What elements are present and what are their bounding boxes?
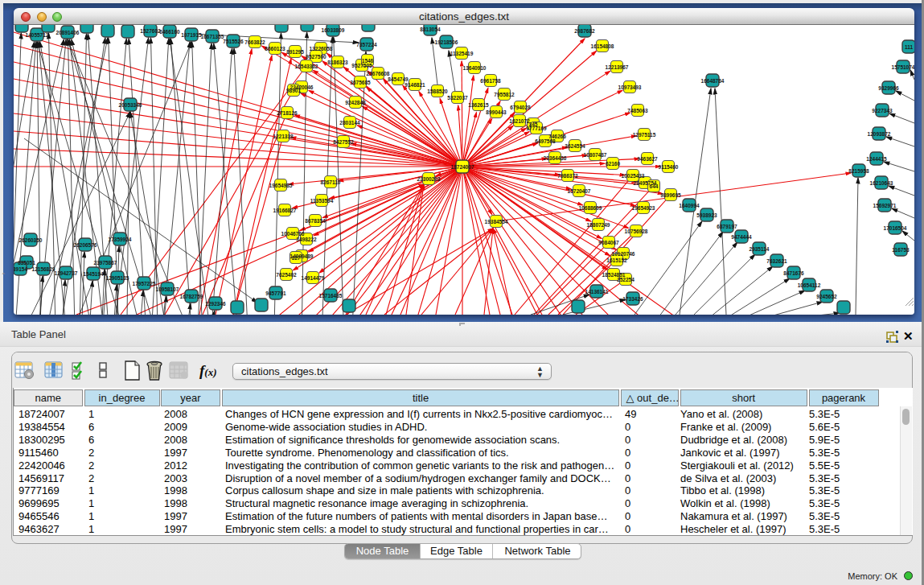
svg-text:15716485: 15716485 [319, 293, 343, 299]
svg-text:12156829: 12156829 [32, 266, 55, 272]
svg-text:116753: 116753 [892, 247, 910, 253]
svg-text:19218506: 19218506 [435, 39, 458, 45]
svg-text:9457791: 9457791 [265, 290, 286, 296]
svg-text:39154: 39154 [14, 266, 27, 272]
svg-text:26206576: 26206576 [74, 242, 97, 248]
svg-text:1545194: 1545194 [83, 271, 104, 277]
svg-text:1615152: 1615152 [606, 257, 627, 263]
svg-text:13226058: 13226058 [310, 46, 333, 51]
svg-text:1588520: 1588520 [427, 89, 448, 94]
svg-text:1244415: 1244415 [866, 156, 887, 162]
svg-text:10807487: 10807487 [584, 152, 607, 158]
svg-text:12942737: 12942737 [55, 270, 78, 276]
svg-text:14914479: 14914479 [302, 275, 325, 281]
svg-text:3624554: 3624554 [565, 143, 585, 149]
svg-text:16648784: 16648784 [701, 78, 725, 84]
svg-text:6794028: 6794028 [510, 105, 531, 110]
svg-text:26260350: 26260350 [19, 237, 43, 243]
svg-text:10046766: 10046766 [281, 231, 305, 237]
svg-text:3675685: 3675685 [350, 80, 371, 85]
svg-text:2935114: 2935114 [749, 246, 770, 252]
svg-text:15720407: 15720407 [568, 188, 591, 194]
svg-text:23676608: 23676608 [367, 71, 390, 76]
svg-text:19654985: 19654985 [269, 183, 293, 188]
svg-text:7515526: 7515526 [223, 39, 244, 44]
svg-text:19654923: 19654923 [632, 205, 655, 211]
svg-text:6466160: 6466160 [159, 29, 180, 35]
svg-text:7357224: 7357224 [356, 42, 377, 47]
svg-text:6879197: 6879197 [717, 224, 737, 229]
svg-text:1733426: 1733426 [622, 296, 643, 302]
svg-text:8215958: 8215958 [848, 168, 869, 174]
svg-text:5322037: 5322037 [447, 95, 468, 101]
svg-text:327: 327 [292, 255, 301, 261]
svg-text:16210643: 16210643 [870, 180, 893, 186]
svg-text:9227343: 9227343 [872, 108, 893, 113]
svg-text:10958107: 10958107 [156, 286, 179, 292]
svg-text:9084067: 9084067 [598, 240, 619, 245]
svg-text:7663822: 7663822 [244, 39, 265, 45]
svg-text:15692971: 15692971 [873, 203, 897, 208]
svg-text:8454749: 8454749 [388, 76, 409, 82]
svg-text:10654112: 10654112 [798, 282, 821, 288]
svg-text:16671355: 16671355 [201, 34, 224, 39]
svg-text:11353594: 11353594 [310, 198, 334, 204]
svg-text:12975115: 12975115 [633, 132, 656, 138]
svg-text:1362615: 1362615 [468, 102, 489, 108]
svg-text:891295: 891295 [286, 49, 304, 55]
svg-text:14055712: 14055712 [26, 32, 49, 38]
svg-text:9146821: 9146821 [405, 82, 425, 88]
svg-text:18807249: 18807249 [587, 222, 610, 228]
svg-text:9245652: 9245652 [816, 294, 837, 299]
svg-text:19166827: 19166827 [273, 208, 297, 213]
svg-text:2803144: 2803144 [339, 120, 360, 126]
svg-text:8427552: 8427552 [333, 139, 354, 145]
svg-text:23300203: 23300203 [417, 176, 441, 182]
svg-text:10688609: 10688609 [579, 205, 602, 211]
svg-text:23975867: 23975867 [94, 260, 117, 266]
svg-text:16154808: 16154808 [591, 43, 614, 49]
svg-text:8678354: 8678354 [305, 218, 326, 224]
svg-text:1221338: 1221338 [273, 134, 294, 139]
svg-text:12905135: 12905135 [106, 275, 129, 281]
svg-text:15751074: 15751074 [892, 64, 914, 70]
svg-text:7625402: 7625402 [276, 272, 297, 278]
svg-text:8990443: 8990443 [486, 109, 507, 115]
svg-text:8186323: 8186323 [327, 60, 348, 65]
svg-text:7986372: 7986372 [557, 173, 578, 179]
svg-text:62160: 62160 [606, 161, 620, 167]
svg-text:9899695: 9899695 [660, 192, 681, 198]
svg-text:20891406: 20891406 [56, 30, 80, 35]
svg-text:17359924: 17359924 [109, 237, 132, 242]
svg-text:644: 644 [650, 183, 659, 189]
svg-text:1640994: 1640994 [679, 203, 700, 208]
svg-text:5938923: 5938923 [696, 212, 717, 218]
svg-text:10120746: 10120746 [612, 251, 635, 257]
svg-text:7485063: 7485063 [627, 108, 648, 113]
svg-text:8813054: 8813054 [420, 27, 441, 32]
svg-text:1071915: 1071915 [181, 32, 202, 38]
svg-text:835051: 835051 [18, 260, 35, 266]
svg-text:10756928: 10756928 [625, 229, 648, 234]
svg-text:9777169: 9777169 [526, 126, 547, 131]
svg-text:6961758: 6961758 [480, 78, 501, 84]
svg-text:111: 111 [905, 44, 914, 50]
svg-text:16033809: 16033809 [322, 27, 345, 33]
svg-text:9463627: 9463627 [637, 156, 658, 162]
svg-text:7955812: 7955812 [494, 92, 515, 97]
svg-text:6497568: 6497568 [535, 138, 556, 144]
svg-text:14136141: 14136141 [585, 289, 609, 295]
svg-text:1527602: 1527602 [140, 28, 161, 34]
svg-text:9527500: 9527500 [306, 54, 326, 60]
svg-text:20364436: 20364436 [544, 155, 567, 161]
svg-text:8660123: 8660123 [265, 46, 285, 51]
svg-text:98901: 98901 [286, 88, 301, 93]
svg-text:1621072: 1621072 [509, 118, 530, 124]
svg-text:19384554: 19384554 [485, 219, 508, 225]
svg-text:2718126: 2718126 [277, 110, 298, 116]
svg-text:9527505: 9527505 [351, 63, 372, 68]
svg-text:10973493: 10973493 [618, 84, 642, 90]
svg-text:9329966: 9329966 [878, 85, 899, 91]
svg-text:252254: 252254 [617, 277, 634, 282]
svg-text:9242848: 9242848 [345, 100, 366, 105]
